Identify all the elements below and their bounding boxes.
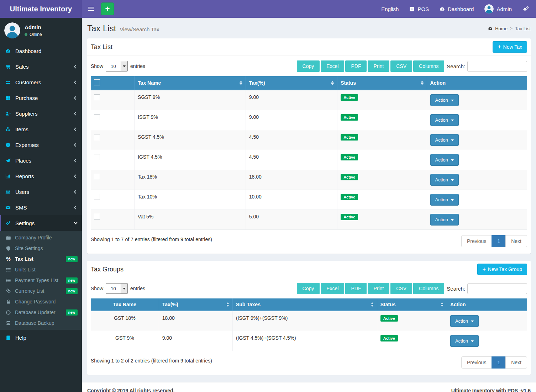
pdf-button[interactable]: PDF bbox=[345, 60, 367, 72]
row-checkbox[interactable] bbox=[94, 114, 100, 120]
column-header-tax-name[interactable]: Tax Name bbox=[135, 76, 246, 90]
user-menu[interactable]: Admin bbox=[484, 4, 512, 14]
column-header-status[interactable]: Status bbox=[377, 298, 447, 311]
row-checkbox[interactable] bbox=[94, 174, 100, 180]
quick-add-button[interactable]: + bbox=[101, 2, 114, 15]
action-dropdown-button[interactable]: Action bbox=[430, 134, 459, 146]
sidebar-item-suppliers[interactable]: Suppliers bbox=[0, 106, 82, 121]
page-length-select[interactable]: 10 bbox=[106, 61, 128, 71]
chevron-left-icon bbox=[74, 143, 78, 147]
settings-menu[interactable] bbox=[522, 6, 529, 12]
sidebar-item-sales[interactable]: Sales bbox=[0, 59, 82, 74]
action-dropdown-button[interactable]: Action bbox=[430, 194, 459, 206]
sidebar-item-customers[interactable]: Customers bbox=[0, 74, 82, 90]
breadcrumb-home[interactable]: Home bbox=[495, 26, 508, 31]
search-input[interactable] bbox=[467, 61, 527, 72]
action-dropdown-button[interactable]: Action bbox=[450, 335, 479, 347]
action-dropdown-button[interactable]: Action bbox=[430, 174, 459, 186]
sidebar-item-currency-list[interactable]: Currency List new bbox=[0, 286, 82, 296]
database-icon bbox=[6, 321, 11, 326]
sidebar-item-items[interactable]: Items bbox=[0, 121, 82, 137]
list-icon bbox=[6, 278, 11, 283]
row-checkbox[interactable] bbox=[94, 214, 100, 220]
column-header-status[interactable]: Status bbox=[337, 76, 427, 90]
tax-pct-cell: 9.00 bbox=[159, 331, 232, 351]
sidebar-item-company-profile[interactable]: Company Profile bbox=[0, 232, 82, 243]
sidebar-item-database-updater[interactable]: Database Updater new bbox=[0, 307, 82, 318]
csv-button[interactable]: CSV bbox=[390, 60, 412, 72]
select-all-header[interactable] bbox=[91, 76, 135, 90]
next-page-button[interactable]: Next bbox=[505, 356, 527, 369]
sidebar-item-help[interactable]: Help bbox=[0, 330, 82, 345]
breadcrumb-separator: > bbox=[510, 26, 513, 31]
status-badge: Active bbox=[341, 114, 358, 121]
sidebar-item-database-backup[interactable]: Database Backup bbox=[0, 318, 82, 328]
page-1-button[interactable]: 1 bbox=[492, 356, 506, 369]
breadcrumb-current: Tax List bbox=[515, 26, 531, 31]
breadcrumb: Home > Tax List bbox=[488, 26, 531, 31]
sort-icon bbox=[371, 302, 374, 307]
column-header-sub-taxes[interactable]: Sub Taxes bbox=[232, 298, 377, 311]
sidebar-toggle-icon[interactable] bbox=[85, 3, 97, 15]
action-dropdown-button[interactable]: Action bbox=[430, 154, 459, 166]
sidebar-item-site-settings[interactable]: Site Settings bbox=[0, 243, 82, 254]
sidebar-item-sms[interactable]: SMS bbox=[0, 200, 82, 215]
pos-label: POS bbox=[417, 6, 429, 12]
language-menu[interactable]: English bbox=[381, 6, 399, 12]
sidebar-item-places[interactable]: Places bbox=[0, 153, 82, 168]
print-button[interactable]: Print bbox=[368, 60, 389, 72]
page-length-select[interactable]: 10 bbox=[106, 283, 128, 294]
column-header-tax-name[interactable]: Tax Name bbox=[91, 298, 159, 311]
copy-button[interactable]: Copy bbox=[297, 60, 320, 72]
select-all-checkbox[interactable] bbox=[94, 79, 100, 85]
pdf-button[interactable]: PDF bbox=[345, 283, 367, 294]
excel-button[interactable]: Excel bbox=[321, 60, 344, 72]
action-dropdown-button[interactable]: Action bbox=[430, 114, 459, 126]
sidebar-item-purchase[interactable]: Purchase bbox=[0, 90, 82, 106]
sidebar-item-users[interactable]: Users bbox=[0, 184, 82, 200]
excel-button[interactable]: Excel bbox=[321, 283, 344, 294]
previous-page-button[interactable]: Previous bbox=[461, 356, 492, 369]
sidebar-item-tax-list[interactable]: % Tax List new bbox=[0, 254, 82, 264]
sidebar-item-expenses[interactable]: Expenses bbox=[0, 137, 82, 153]
new-badge: new bbox=[66, 309, 78, 316]
dashboard-link[interactable]: Dashboard bbox=[440, 6, 474, 12]
csv-button[interactable]: CSV bbox=[390, 283, 412, 294]
sidebar-item-dashboard[interactable]: Dashboard bbox=[0, 43, 82, 59]
sidebar-item-settings[interactable]: Settings bbox=[0, 215, 82, 231]
minus-circle-icon bbox=[5, 142, 11, 148]
search-input[interactable] bbox=[467, 283, 527, 294]
tax-list-table: Tax Name Tax(%) Status Action SGST 9% 9.… bbox=[91, 76, 527, 230]
sidebar-menu: Dashboard Sales Customers Purchase Suppl… bbox=[0, 43, 82, 345]
action-dropdown-button[interactable]: Action bbox=[430, 214, 459, 226]
new-tax-group-button[interactable]: + New Tax Group bbox=[477, 264, 527, 275]
user-label: Admin bbox=[496, 6, 512, 12]
sidebar-item-units-list[interactable]: Units List bbox=[0, 264, 82, 275]
next-page-button[interactable]: Next bbox=[505, 235, 527, 247]
columns-button[interactable]: Columns bbox=[413, 283, 444, 294]
chevron-left-icon bbox=[74, 65, 78, 68]
language-label: English bbox=[381, 6, 399, 12]
copy-button[interactable]: Copy bbox=[297, 283, 320, 294]
columns-button[interactable]: Columns bbox=[413, 60, 444, 72]
sidebar-item-payment-types-list[interactable]: Payment Types List new bbox=[0, 275, 82, 286]
column-header-tax-pct[interactable]: Tax(%) bbox=[246, 76, 337, 90]
print-button[interactable]: Print bbox=[368, 283, 389, 294]
row-checkbox[interactable] bbox=[94, 94, 100, 100]
action-dropdown-button[interactable]: Action bbox=[430, 94, 459, 106]
previous-page-button[interactable]: Previous bbox=[461, 235, 492, 247]
column-header-tax-pct[interactable]: Tax(%) bbox=[159, 298, 232, 311]
new-tax-button[interactable]: + New Tax bbox=[493, 41, 527, 53]
row-checkbox[interactable] bbox=[94, 134, 100, 140]
sidebar-item-reports[interactable]: Reports bbox=[0, 168, 82, 184]
page-1-button[interactable]: 1 bbox=[492, 235, 506, 247]
pos-link[interactable]: POS bbox=[409, 6, 429, 12]
pagination: Previous 1 Next bbox=[461, 235, 527, 247]
dashboard-icon bbox=[440, 6, 445, 12]
app-logo[interactable]: Ultimate Inventory bbox=[0, 0, 82, 18]
row-checkbox[interactable] bbox=[94, 194, 100, 200]
row-checkbox[interactable] bbox=[94, 154, 100, 160]
sidebar-item-change-password[interactable]: Change Password bbox=[0, 296, 82, 307]
dropdown-arrow-icon bbox=[121, 61, 127, 71]
action-dropdown-button[interactable]: Action bbox=[450, 315, 479, 327]
